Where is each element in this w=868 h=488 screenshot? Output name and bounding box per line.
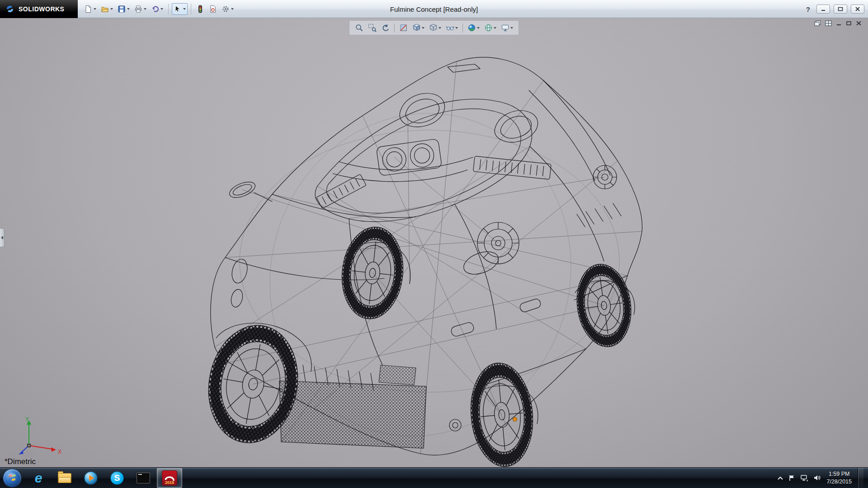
previous-view-icon xyxy=(381,23,390,32)
print-button[interactable] xyxy=(132,3,148,15)
side-badge xyxy=(316,174,366,208)
open-dropdown-caret[interactable] xyxy=(110,8,113,10)
show-hidden-icons-button[interactable] xyxy=(778,476,783,480)
taskbar-item-skype[interactable]: S xyxy=(104,468,130,488)
view-orientation-caret[interactable] xyxy=(422,27,425,29)
options-dropdown-caret[interactable] xyxy=(231,8,234,10)
taskbar-item-solidworks[interactable]: 2015 xyxy=(157,468,182,488)
file-properties-button[interactable] xyxy=(207,3,219,15)
select-dropdown-caret[interactable] xyxy=(183,8,186,10)
skype-icon: S xyxy=(110,471,124,485)
start-button[interactable] xyxy=(3,469,22,488)
dash-gauges xyxy=(376,139,442,176)
headsup-separator xyxy=(462,23,463,33)
chevron-up-icon xyxy=(778,476,783,480)
graphics-viewport[interactable]: Y X *Dimetric xyxy=(0,18,868,467)
drivetrain-cluster xyxy=(461,222,519,278)
hide-show-caret[interactable] xyxy=(455,27,458,29)
close-document-button[interactable] xyxy=(856,21,862,26)
apply-scene-globe-icon xyxy=(484,23,493,32)
seat-headrests xyxy=(400,94,538,142)
edit-appearance-caret[interactable] xyxy=(477,27,480,29)
origin-point[interactable] xyxy=(513,418,517,422)
headlight xyxy=(230,258,250,308)
help-button[interactable]: ? xyxy=(803,5,813,13)
flag-icon xyxy=(789,475,795,481)
minimize-button[interactable] xyxy=(816,5,830,14)
new-document-dropdown-caret[interactable] xyxy=(94,8,96,10)
maximize-button[interactable] xyxy=(834,5,847,14)
new-document-button[interactable] xyxy=(82,3,98,15)
panel-collapse-arrow-icon xyxy=(1,236,3,239)
taskbar-item-media-player[interactable] xyxy=(78,468,104,488)
select-tool-button[interactable] xyxy=(172,3,188,15)
heads-up-view-toolbar xyxy=(349,20,519,35)
undo-dropdown-caret[interactable] xyxy=(160,8,163,10)
rebuild-traffic-light-icon xyxy=(196,5,204,13)
zoom-to-fit-button[interactable] xyxy=(354,22,365,33)
taskbar-item-command-prompt[interactable] xyxy=(131,468,156,488)
print-icon xyxy=(134,5,142,13)
display-style-button[interactable] xyxy=(428,22,443,33)
print-dropdown-caret[interactable] xyxy=(144,8,146,10)
standard-toolbar xyxy=(82,3,236,15)
restore-document-button[interactable] xyxy=(846,21,852,26)
cascade-icon xyxy=(814,20,821,26)
windows-taskbar: e S 2015 xyxy=(0,467,868,488)
open-button[interactable] xyxy=(99,3,115,15)
solidworks-menu-logo[interactable]: SOLIDWORKS xyxy=(0,0,78,18)
zoom-to-fit-icon xyxy=(355,23,363,32)
3ds-logo-icon xyxy=(5,4,15,14)
view-settings-button[interactable] xyxy=(500,22,514,33)
save-dropdown-caret[interactable] xyxy=(127,8,130,10)
save-floppy-icon xyxy=(118,5,126,13)
zoom-to-area-button[interactable] xyxy=(367,22,378,33)
toolbar-separator xyxy=(191,4,191,14)
display-style-caret[interactable] xyxy=(439,27,441,29)
previous-view-button[interactable] xyxy=(380,22,391,33)
options-button[interactable] xyxy=(220,3,236,15)
feature-tree-panel-handle[interactable] xyxy=(0,228,5,247)
solidworks-window: SOLIDWORKS xyxy=(0,0,868,488)
taskbar-item-windows-explorer[interactable] xyxy=(52,468,77,488)
apply-scene-button[interactable] xyxy=(483,22,498,33)
rebuild-button[interactable] xyxy=(194,3,206,15)
file-properties-icon xyxy=(209,5,217,13)
toolbar-separator xyxy=(168,4,169,14)
hide-show-items-button[interactable] xyxy=(444,22,459,33)
show-desktop-button[interactable] xyxy=(858,468,863,488)
close-button[interactable] xyxy=(851,5,864,14)
undo-button[interactable] xyxy=(149,3,165,15)
wireframe-car-model[interactable] xyxy=(203,49,646,469)
new-document-icon xyxy=(84,5,92,13)
internet-explorer-icon: e xyxy=(35,471,42,485)
display-network-icon xyxy=(801,475,808,481)
close-icon xyxy=(855,7,860,11)
section-view-button[interactable] xyxy=(398,22,409,33)
network-status-button[interactable] xyxy=(801,475,808,481)
hide-show-glasses-icon xyxy=(446,23,454,32)
action-center-button[interactable] xyxy=(789,475,795,481)
tile-windows-button[interactable] xyxy=(825,20,832,26)
select-cursor-icon xyxy=(174,5,182,13)
save-button[interactable] xyxy=(116,3,132,15)
view-orientation-button[interactable] xyxy=(411,22,426,33)
taskbar-clock[interactable]: 1:59 PM 7/28/2015 xyxy=(826,470,852,485)
side-vent-slats xyxy=(577,203,621,227)
menu-bar: SOLIDWORKS xyxy=(0,0,868,18)
zoom-to-area-icon xyxy=(368,23,377,32)
minimize-document-button[interactable] xyxy=(836,21,842,26)
taskbar-item-internet-explorer[interactable]: e xyxy=(26,468,51,488)
clock-date: 7/28/2015 xyxy=(826,478,852,485)
edit-appearance-button[interactable] xyxy=(466,22,481,33)
headsup-separator xyxy=(394,23,395,33)
document-window-controls xyxy=(814,20,862,26)
cascade-windows-button[interactable] xyxy=(814,20,821,26)
open-folder-icon xyxy=(101,5,109,13)
view-settings-caret[interactable] xyxy=(510,27,513,29)
restore-doc-icon xyxy=(846,21,852,26)
volume-button[interactable] xyxy=(814,475,821,481)
view-settings-icon xyxy=(501,23,509,32)
apply-scene-caret[interactable] xyxy=(494,27,496,29)
axis-x-label: X xyxy=(58,449,61,455)
